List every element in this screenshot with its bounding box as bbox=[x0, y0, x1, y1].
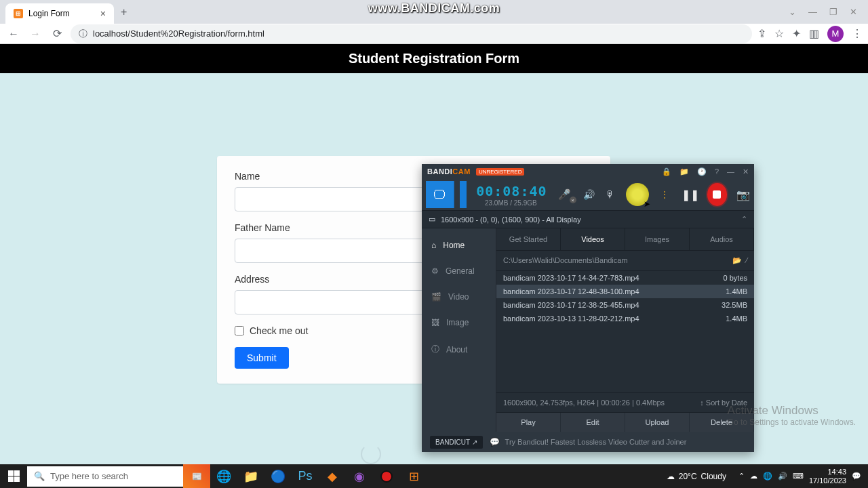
chat-icon: 💬 bbox=[490, 437, 500, 447]
image-icon: 🖼 bbox=[431, 318, 439, 327]
file-row[interactable]: bandicam 2023-10-17 12-38-25-455.mp432.5… bbox=[496, 298, 754, 312]
more-icon[interactable]: ⁄ bbox=[746, 256, 747, 265]
page-title: Student Registration Form bbox=[0, 44, 868, 73]
upload-button[interactable]: Upload bbox=[625, 413, 690, 432]
edge-icon[interactable]: 🌐 bbox=[210, 464, 237, 488]
minimize-icon[interactable]: — bbox=[727, 167, 734, 176]
close-window-icon[interactable]: ✕ bbox=[850, 7, 857, 17]
back-button[interactable]: ← bbox=[5, 26, 22, 42]
tab-get-started[interactable]: Get Started bbox=[496, 228, 561, 250]
gear-icon: ⚙ bbox=[431, 266, 439, 276]
file-row[interactable]: bandicam 2023-10-17 14-34-27-783.mp40 by… bbox=[496, 271, 754, 285]
weather-widget[interactable]: ☁ 20°C Cloudy bbox=[667, 472, 726, 481]
folder-icon[interactable]: 📁 bbox=[679, 167, 689, 176]
chevron-up-icon[interactable]: ⌃ bbox=[741, 215, 747, 224]
chrome-icon[interactable]: 🔵 bbox=[264, 464, 292, 488]
check-me-out-checkbox[interactable] bbox=[235, 326, 244, 336]
maximize-icon[interactable]: ❐ bbox=[829, 7, 837, 17]
app-icon[interactable]: ◉ bbox=[346, 464, 373, 488]
play-button[interactable]: Play bbox=[496, 413, 561, 432]
favicon: ⊞ bbox=[14, 9, 23, 18]
new-tab-button[interactable]: + bbox=[121, 6, 127, 18]
open-folder-icon[interactable]: 📂 bbox=[732, 256, 742, 265]
bandicam-content: Get Started Videos Images Audios C:\User… bbox=[496, 228, 754, 432]
pause-button[interactable]: ❚❚ bbox=[682, 188, 699, 201]
sidebar-item-general[interactable]: ⚙General bbox=[422, 258, 496, 284]
clock[interactable]: 14:43 17/10/2023 bbox=[809, 468, 846, 484]
help-icon[interactable]: ? bbox=[715, 167, 719, 176]
url-text: localhost/Student%20Registration/form.ht… bbox=[93, 28, 264, 39]
screenshot-button[interactable]: 📷 bbox=[736, 188, 750, 201]
language-icon[interactable]: ⌨ bbox=[793, 472, 804, 481]
mouse-icon[interactable]: ⋮ bbox=[660, 189, 669, 200]
webcam-toggle[interactable]: ➤ bbox=[626, 183, 649, 206]
tab-audios[interactable]: Audios bbox=[690, 228, 754, 250]
bandicam-window: BANDICAM UNREGISTERED 🔒 📁 🕐 ? — ✕ 🖵 00:0… bbox=[422, 164, 754, 452]
check-me-out-label: Check me out bbox=[250, 325, 308, 336]
video-icon: 🎬 bbox=[431, 292, 441, 302]
bandicut-link[interactable]: BANDICUT ↗ bbox=[430, 436, 483, 449]
speaker-icon[interactable]: 🔊 bbox=[583, 189, 595, 200]
sublime-icon[interactable]: ◆ bbox=[319, 464, 346, 488]
close-tab-icon[interactable]: × bbox=[100, 8, 106, 19]
sidebar-item-about[interactable]: ⓘAbout bbox=[422, 336, 496, 363]
extensions-icon[interactable]: ✦ bbox=[792, 27, 801, 40]
loading-spinner-icon bbox=[361, 444, 381, 464]
minimize-icon[interactable]: — bbox=[808, 7, 817, 17]
file-row[interactable]: bandicam 2023-10-13 11-28-02-212.mp41.4M… bbox=[496, 312, 754, 325]
page-viewport: Student Registration Form Name Father Na… bbox=[0, 44, 868, 464]
resolution-bar[interactable]: ▭ 1600x900 - (0, 0), (1600, 900) - All D… bbox=[422, 210, 754, 228]
close-icon[interactable]: ✕ bbox=[743, 167, 749, 176]
footer-text[interactable]: Try Bandicut! Fastest Lossless Video Cut… bbox=[505, 438, 687, 446]
rectangle-icon: ▭ bbox=[429, 215, 435, 224]
screen-mode-button[interactable]: 🖵 bbox=[426, 181, 454, 208]
edit-button[interactable]: Edit bbox=[561, 413, 625, 432]
forward-button[interactable]: → bbox=[27, 26, 43, 42]
bandicam-sidebar: ⌂Home ⚙General 🎬Video 🖼Image ⓘAbout bbox=[422, 228, 496, 432]
bandicam-record-bar: 🖵 00:08:40 23.0MB / 25.9GB 🎤× 🔊 🎙 ➤ ⋮ ❚❚… bbox=[422, 179, 754, 210]
photoshop-icon[interactable]: Ps bbox=[292, 464, 319, 488]
news-icon[interactable]: 📰 bbox=[183, 464, 210, 488]
chevron-down-icon[interactable]: ⌄ bbox=[789, 7, 796, 17]
mic-icon[interactable]: 🎙 bbox=[606, 189, 615, 200]
bandicam-titlebar[interactable]: BANDICAM UNREGISTERED 🔒 📁 🕐 ? — ✕ bbox=[422, 164, 754, 179]
browser-tab[interactable]: ⊞ Login Form × bbox=[5, 3, 114, 24]
start-button[interactable] bbox=[0, 464, 27, 488]
bookmark-icon[interactable]: ☆ bbox=[774, 27, 784, 40]
notifications-icon[interactable]: 💬 bbox=[852, 472, 861, 481]
info-icon: ⓘ bbox=[431, 344, 439, 355]
lock-icon[interactable]: 🔒 bbox=[662, 167, 671, 176]
mode-dropdown[interactable] bbox=[460, 181, 467, 208]
reload-button[interactable]: ⟳ bbox=[49, 26, 65, 42]
sidebar-item-image[interactable]: 🖼Image bbox=[422, 310, 496, 336]
tab-images[interactable]: Images bbox=[625, 228, 690, 250]
sidepanel-icon[interactable]: ▥ bbox=[809, 27, 819, 40]
file-row[interactable]: bandicam 2023-10-17 12-48-38-100.mp41.4M… bbox=[496, 285, 754, 298]
microphone-off-icon[interactable]: 🎤× bbox=[558, 188, 571, 201]
sidebar-item-home[interactable]: ⌂Home bbox=[422, 232, 496, 258]
recording-timer: 00:08:40 bbox=[476, 183, 547, 199]
info-icon[interactable]: ⓘ bbox=[79, 28, 87, 40]
tray-chevron-icon[interactable]: ⌃ bbox=[738, 472, 745, 481]
sidebar-item-video[interactable]: 🎬Video bbox=[422, 284, 496, 310]
tab-videos[interactable]: Videos bbox=[561, 228, 625, 250]
explorer-icon[interactable]: 📁 bbox=[237, 464, 264, 488]
resolution-text: 1600x900 - (0, 0), (1600, 900) - All Dis… bbox=[441, 216, 581, 224]
menu-icon[interactable]: ⋮ bbox=[852, 27, 863, 40]
clock-icon[interactable]: 🕐 bbox=[697, 167, 707, 176]
network-icon[interactable]: 🌐 bbox=[763, 472, 772, 481]
stop-record-button[interactable] bbox=[707, 183, 728, 206]
share-icon[interactable]: ⇪ bbox=[757, 27, 766, 40]
bandicam-watermark: www.BANDICAM.com bbox=[368, 1, 500, 16]
profile-avatar[interactable]: M bbox=[827, 26, 844, 42]
recording-indicator-icon[interactable] bbox=[373, 464, 400, 488]
volume-icon[interactable]: 🔊 bbox=[778, 472, 787, 481]
recording-size: 23.0MB / 25.9GB bbox=[485, 199, 537, 207]
bandicam-footer: BANDICUT ↗ 💬 Try Bandicut! Fastest Lossl… bbox=[422, 432, 754, 452]
onedrive-icon[interactable]: ☁ bbox=[750, 472, 757, 481]
address-bar[interactable]: ⓘ localhost/Student%20Registration/form.… bbox=[71, 24, 752, 43]
browser-toolbar: ← → ⟳ ⓘ localhost/Student%20Registration… bbox=[0, 24, 868, 44]
xampp-icon[interactable]: ⊞ bbox=[400, 464, 427, 488]
submit-button[interactable]: Submit bbox=[235, 347, 289, 369]
taskbar-search[interactable]: 🔍 Type here to search bbox=[27, 466, 183, 487]
